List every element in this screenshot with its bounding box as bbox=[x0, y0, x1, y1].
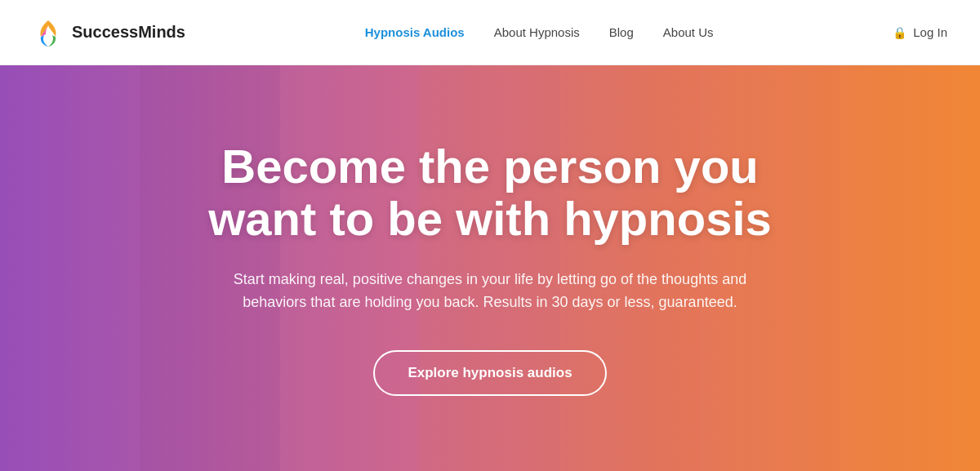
hero-title: Become the person you want to be with hy… bbox=[196, 140, 784, 245]
site-header: SuccessMinds Hypnosis Audios About Hypno… bbox=[0, 0, 980, 65]
lock-icon: 🔒 bbox=[893, 26, 906, 39]
login-link[interactable]: Log In bbox=[913, 25, 947, 39]
nav-item-blog[interactable]: Blog bbox=[609, 25, 634, 39]
nav-item-about-hypnosis[interactable]: About Hypnosis bbox=[494, 25, 580, 39]
explore-cta-button[interactable]: Explore hypnosis audios bbox=[373, 350, 606, 396]
nav-item-hypnosis-audios[interactable]: Hypnosis Audios bbox=[365, 25, 465, 39]
logo-icon bbox=[33, 17, 64, 48]
nav-right: 🔒 Log In bbox=[893, 25, 947, 39]
main-nav: Hypnosis Audios About Hypnosis Blog Abou… bbox=[365, 25, 714, 39]
logo-area[interactable]: SuccessMinds bbox=[33, 17, 185, 48]
nav-item-about-us[interactable]: About Us bbox=[663, 25, 714, 39]
hero-content: Become the person you want to be with hy… bbox=[180, 140, 800, 396]
logo-text: SuccessMinds bbox=[72, 23, 185, 42]
hero-section: Become the person you want to be with hy… bbox=[0, 65, 980, 471]
hero-subtitle: Start making real, positive changes in y… bbox=[212, 268, 768, 315]
